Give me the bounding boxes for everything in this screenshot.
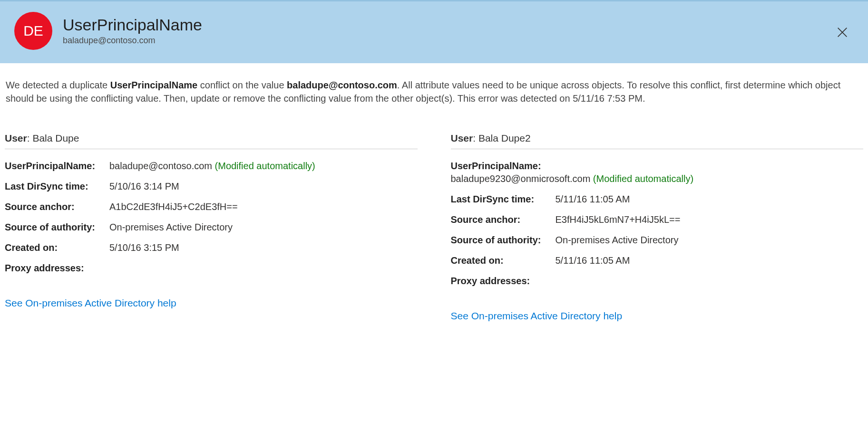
- upn-row: UserPrincipalName: baladupe9230@onmicros…: [451, 161, 864, 184]
- upn-label: UserPrincipalName:: [451, 161, 864, 172]
- upn-row: UserPrincipalName: baladupe@contoso.com …: [5, 161, 418, 172]
- close-icon: [836, 26, 849, 39]
- dialog-body: We detected a duplicate UserPrincipalNam…: [0, 63, 868, 336]
- created-value: 5/10/16 3:15 PM: [109, 242, 179, 253]
- dirsync-row: Last DirSync time: 5/10/16 3:14 PM: [5, 181, 418, 192]
- dirsync-label: Last DirSync time:: [451, 194, 556, 205]
- header-subtitle: baladupe@contoso.com: [63, 36, 202, 46]
- authority-row: Source of authority: On-premises Active …: [5, 222, 418, 233]
- dialog-header: DE UserPrincipalName baladupe@contoso.co…: [0, 0, 868, 63]
- user-name: Bala Dupe: [32, 133, 79, 144]
- proxy-row: Proxy addresses:: [5, 263, 418, 274]
- created-label: Created on:: [5, 242, 109, 253]
- help-link-left[interactable]: See On-premises Active Directory help: [5, 297, 176, 309]
- user-header-right: User: Bala Dupe2: [451, 133, 864, 149]
- anchor-value: E3fH4iJ5kL6mN7+H4iJ5kL==: [556, 214, 681, 225]
- upn-label: UserPrincipalName:: [5, 161, 109, 172]
- authority-value: On-premises Active Directory: [109, 222, 233, 233]
- proxy-row: Proxy addresses:: [451, 276, 864, 287]
- conflict-description: We detected a duplicate UserPrincipalNam…: [5, 78, 863, 105]
- modified-badge: (Modified automatically): [590, 173, 693, 184]
- desc-attribute: UserPrincipalName: [110, 80, 197, 90]
- desc-mid: conflict on the value: [197, 80, 287, 90]
- dirsync-value: 5/10/16 3:14 PM: [109, 181, 179, 192]
- created-value: 5/11/16 11:05 AM: [556, 255, 630, 266]
- created-label: Created on:: [451, 255, 556, 266]
- user-label: User: [451, 133, 473, 144]
- upn-value: baladupe@contoso.com (Modified automatic…: [109, 161, 315, 172]
- created-row: Created on: 5/10/16 3:15 PM: [5, 242, 418, 253]
- user-label: User: [5, 133, 27, 144]
- close-button[interactable]: [833, 23, 852, 42]
- upn-value-text: baladupe@contoso.com: [109, 161, 212, 171]
- user-header-left: User: Bala Dupe: [5, 133, 418, 149]
- anchor-row: Source anchor: E3fH4iJ5kL6mN7+H4iJ5kL==: [451, 214, 864, 225]
- dirsync-value: 5/11/16 11:05 AM: [556, 194, 630, 205]
- anchor-value: A1bC2dE3fH4iJ5+C2dE3fH==: [109, 201, 238, 212]
- dirsync-label: Last DirSync time:: [5, 181, 109, 192]
- anchor-label: Source anchor:: [5, 201, 109, 212]
- anchor-label: Source anchor:: [451, 214, 556, 225]
- help-link-right[interactable]: See On-premises Active Directory help: [451, 310, 623, 322]
- user-column-left: User: Bala Dupe UserPrincipalName: balad…: [5, 133, 418, 322]
- authority-label: Source of authority:: [5, 222, 109, 233]
- anchor-row: Source anchor: A1bC2dE3fH4iJ5+C2dE3fH==: [5, 201, 418, 212]
- upn-value: baladupe9230@onmicrosoft.com (Modified a…: [451, 173, 864, 184]
- proxy-label: Proxy addresses:: [451, 276, 556, 287]
- header-text: UserPrincipalName baladupe@contoso.com: [63, 16, 202, 46]
- upn-value-text: baladupe9230@onmicrosoft.com: [451, 173, 591, 184]
- authority-row: Source of authority: On-premises Active …: [451, 235, 864, 246]
- user-columns: User: Bala Dupe UserPrincipalName: balad…: [5, 133, 863, 322]
- authority-value: On-premises Active Directory: [556, 235, 679, 246]
- dirsync-row: Last DirSync time: 5/11/16 11:05 AM: [451, 194, 864, 205]
- avatar-initials: DE: [23, 23, 43, 39]
- proxy-label: Proxy addresses:: [5, 263, 109, 274]
- created-row: Created on: 5/11/16 11:05 AM: [451, 255, 864, 266]
- authority-label: Source of authority:: [451, 235, 556, 246]
- desc-value: baladupe@contoso.com: [287, 80, 397, 90]
- header-title: UserPrincipalName: [63, 16, 202, 34]
- user-name: Bala Dupe2: [478, 133, 531, 144]
- avatar: DE: [14, 12, 52, 50]
- modified-badge: (Modified automatically): [212, 161, 315, 171]
- desc-prefix: We detected a duplicate: [6, 80, 110, 90]
- user-column-right: User: Bala Dupe2 UserPrincipalName: bala…: [451, 133, 864, 322]
